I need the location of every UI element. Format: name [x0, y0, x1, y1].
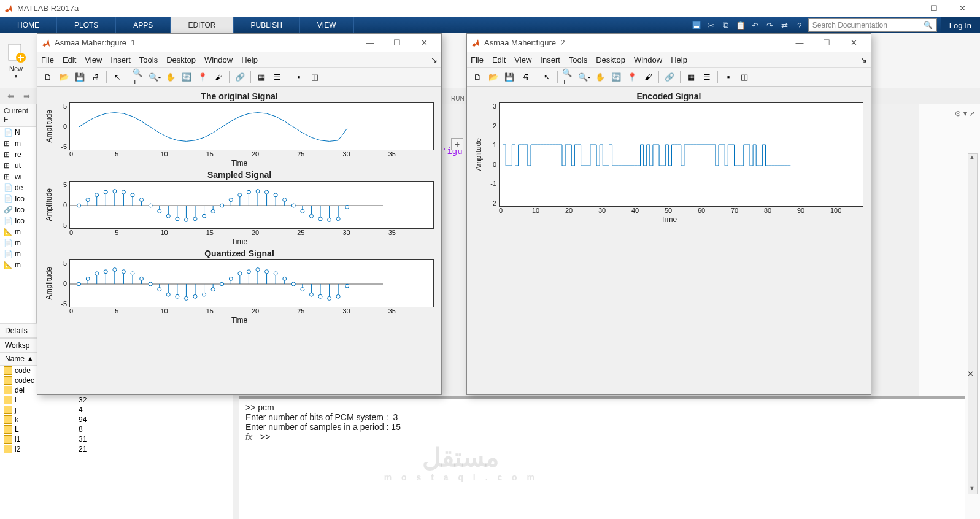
command-window[interactable]: >> pcm Enter number of bits of PCM syste…: [239, 396, 965, 519]
search-documentation-input[interactable]: Search Documentation 🔍: [808, 18, 937, 32]
window-close-button[interactable]: ✕: [948, 0, 976, 17]
menu-view[interactable]: View: [85, 55, 102, 64]
fig-minimize-button[interactable]: —: [786, 34, 813, 52]
help-icon[interactable]: ?: [793, 19, 806, 31]
menu-desktop[interactable]: Desktop: [166, 55, 196, 64]
fig-maximize-button[interactable]: ☐: [813, 34, 840, 52]
workspace-row[interactable]: l221: [0, 444, 233, 454]
pan-icon[interactable]: ✋: [164, 71, 177, 84]
menu-edit[interactable]: Edit: [63, 55, 76, 64]
rotate-icon[interactable]: 🔄: [609, 71, 623, 84]
plot-area[interactable]: [69, 181, 434, 229]
colorbar-icon[interactable]: ▦: [684, 71, 698, 84]
hide-tools-icon[interactable]: ▪: [292, 71, 306, 84]
menu-file[interactable]: File: [41, 55, 54, 64]
new-figure-icon[interactable]: 🗋: [471, 71, 484, 84]
menu-docking-arrow-icon[interactable]: ↘: [431, 55, 438, 64]
close-panel-icon[interactable]: ✕: [964, 369, 976, 379]
pointer-icon[interactable]: ↖: [540, 71, 554, 84]
save-icon[interactable]: 💾: [73, 71, 87, 84]
editor-add-button[interactable]: +: [451, 138, 463, 150]
workspace-row[interactable]: j4: [0, 405, 233, 415]
tab-home[interactable]: HOME: [0, 17, 57, 33]
menu-docking-arrow-icon[interactable]: ↘: [860, 55, 867, 64]
menu-insert[interactable]: Insert: [110, 55, 131, 64]
menu-tools[interactable]: Tools: [569, 55, 587, 64]
menu-file[interactable]: File: [471, 55, 484, 64]
workspace-row[interactable]: k94: [0, 415, 233, 425]
fig-close-button[interactable]: ✕: [840, 34, 867, 52]
fig-maximize-button[interactable]: ☐: [384, 34, 411, 52]
workspace-row[interactable]: l131: [0, 434, 233, 444]
window-minimize-button[interactable]: —: [892, 0, 920, 17]
figure-2-window[interactable]: Asmaa Maher:figure_2 — ☐ ✕ File Edit Vie…: [466, 33, 871, 395]
menu-window[interactable]: Window: [634, 55, 662, 64]
folder-list[interactable]: 📄N ⊞m ⊞re ⊞ut ⊞wi 📄de 📄Ico 🔗Ico 📄Ico 📐m …: [0, 127, 36, 271]
colorbar-icon[interactable]: ▦: [255, 71, 268, 84]
open-icon[interactable]: 📂: [57, 71, 71, 84]
new-figure-icon[interactable]: 🗋: [41, 71, 55, 84]
cmd-prompt-line[interactable]: fx>>: [245, 432, 959, 442]
figure-1-titlebar[interactable]: Asmaa Maher:figure_1 — ☐ ✕: [37, 34, 441, 52]
brush-icon[interactable]: 🖌: [641, 71, 655, 84]
dock-icon[interactable]: ◫: [738, 71, 751, 84]
zoom-in-icon[interactable]: 🔍+: [561, 71, 575, 84]
menu-window[interactable]: Window: [204, 55, 233, 64]
brush-icon[interactable]: 🖌: [212, 71, 225, 84]
undo-icon[interactable]: ↶: [749, 19, 762, 31]
new-file-button[interactable]: New ▼: [5, 42, 27, 79]
link-icon[interactable]: 🔗: [233, 71, 247, 84]
figure-1-window[interactable]: Asmaa Maher:figure_1 — ☐ ✕ File Edit Vie…: [37, 33, 442, 395]
workspace-row[interactable]: i32: [0, 395, 233, 405]
menu-help[interactable]: Help: [241, 55, 258, 64]
copy-icon[interactable]: ⧉: [720, 19, 732, 31]
tab-publish[interactable]: PUBLISH: [234, 17, 300, 33]
menu-desktop[interactable]: Desktop: [596, 55, 625, 64]
menu-tools[interactable]: Tools: [139, 55, 158, 64]
print-icon[interactable]: 🖨: [89, 71, 102, 84]
window-maximize-button[interactable]: ☐: [920, 0, 948, 17]
tab-view[interactable]: VIEW: [300, 17, 354, 33]
figure-2-titlebar[interactable]: Asmaa Maher:figure_2 — ☐ ✕: [467, 34, 871, 52]
datatip-icon[interactable]: 📍: [196, 71, 209, 84]
cut-icon[interactable]: ✂: [705, 19, 717, 31]
plot-area[interactable]: [499, 102, 863, 207]
hide-tools-icon[interactable]: ▪: [722, 71, 735, 84]
dock-icon[interactable]: ◫: [308, 71, 322, 84]
zoom-in-icon[interactable]: 🔍+: [132, 71, 145, 84]
nav-back-button[interactable]: ⬅: [4, 90, 17, 103]
open-icon[interactable]: 📂: [487, 71, 500, 84]
menu-view[interactable]: View: [514, 55, 531, 64]
menu-insert[interactable]: Insert: [540, 55, 560, 64]
redo-icon[interactable]: ↷: [764, 19, 776, 31]
menu-help[interactable]: Help: [671, 55, 687, 64]
datatip-icon[interactable]: 📍: [625, 71, 639, 84]
save-icon[interactable]: 💾: [503, 71, 516, 84]
paste-icon[interactable]: 📋: [735, 19, 747, 31]
scroll-up-icon[interactable]: ▲: [968, 154, 976, 163]
switch-windows-icon[interactable]: ⇄: [779, 19, 791, 31]
legend-icon[interactable]: ☰: [700, 71, 714, 84]
link-icon[interactable]: 🔗: [663, 71, 676, 84]
panel-controls[interactable]: ⊙ ▾ ↗: [955, 109, 975, 118]
scrollbar[interactable]: ▲ ▼: [968, 153, 978, 494]
tab-plots[interactable]: PLOTS: [57, 17, 116, 33]
tab-apps[interactable]: APPS: [116, 17, 171, 33]
fig-close-button[interactable]: ✕: [411, 34, 438, 52]
plot-area[interactable]: [69, 260, 434, 307]
nav-forward-button[interactable]: ➡: [20, 90, 33, 103]
workspace-row[interactable]: L8: [0, 425, 233, 434]
scroll-down-icon[interactable]: ▼: [968, 485, 976, 494]
plot-area[interactable]: [69, 102, 434, 150]
zoom-out-icon[interactable]: 🔍-: [577, 71, 591, 84]
tab-editor[interactable]: EDITOR: [171, 17, 233, 33]
rotate-icon[interactable]: 🔄: [180, 71, 193, 84]
login-button[interactable]: Log In: [941, 17, 980, 33]
pan-icon[interactable]: ✋: [593, 71, 607, 84]
menu-edit[interactable]: Edit: [492, 55, 506, 64]
zoom-out-icon[interactable]: 🔍-: [148, 71, 161, 84]
pointer-icon[interactable]: ↖: [110, 71, 124, 84]
legend-icon[interactable]: ☰: [271, 71, 284, 84]
print-icon[interactable]: 🖨: [519, 71, 532, 84]
fig-minimize-button[interactable]: —: [357, 34, 384, 52]
